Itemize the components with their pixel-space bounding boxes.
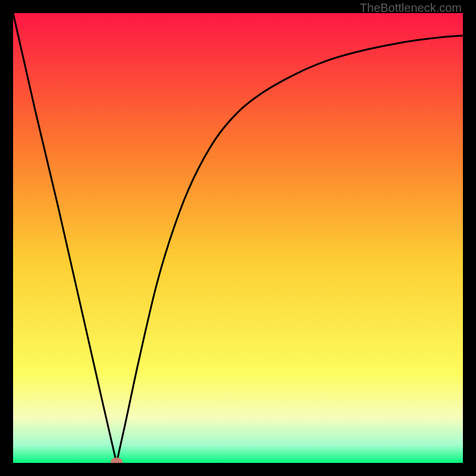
chart-area (13, 13, 463, 463)
optimal-point-marker (111, 458, 123, 463)
bottleneck-curve (13, 13, 463, 463)
